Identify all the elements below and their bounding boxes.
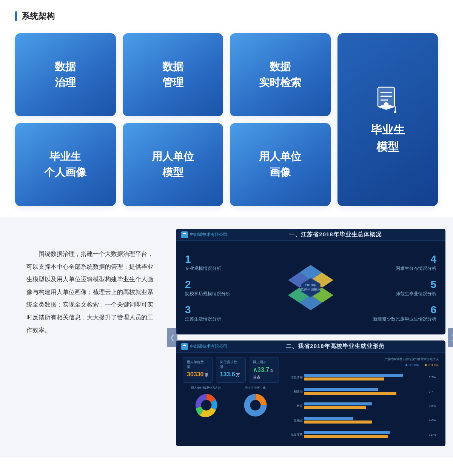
svg-point-12 <box>201 400 211 411</box>
label-6: 6 新疆籍少数民族毕业生情况分析 <box>356 304 436 322</box>
card-employer-model[interactable]: 用人单位 模型 <box>123 123 223 206</box>
stat-increase: 网上增加： ∧33.7百分点 <box>249 357 279 383</box>
chart1-hexagon: 2018年 总体生源概况 <box>268 257 353 318</box>
bar-row-4: 金融业 4.6% <box>282 417 439 424</box>
stat-employers: 用人单位数量： 30330家 <box>183 357 213 383</box>
card-label-data-search: 数据 实时检索 <box>259 59 301 91</box>
pie-employer: 用人单位情况分布占比 <box>183 386 230 442</box>
label-5: 5 师范生毕业情况分析 <box>356 279 436 297</box>
card-data-management[interactable]: 数据 管理 <box>123 33 223 116</box>
description-paragraph: 围绕数据治理，搭建一个大数据治理平台，可以支撑本中心全部系统数据的管理；提供毕业… <box>26 248 157 336</box>
screenshot-chart2: 中部疆技术有限公司 二、我省2018年高校毕业生就业形势 用人单位数量： 303… <box>176 340 445 446</box>
next-arrow[interactable]: ❯ <box>448 328 453 347</box>
bar-row-1: 信息传输 7.7% <box>282 374 439 380</box>
label-4: 4 困难生分布情况分析 <box>356 253 436 272</box>
chart2-right: 产业结构调整下的行业招聘需求变化情况 ■ 2018年 ■ 2017年 信息传输 <box>282 357 439 442</box>
card-employer-profile[interactable]: 用人单位 画像 <box>230 123 331 206</box>
card-data-search[interactable]: 数据 实时检索 <box>230 33 331 116</box>
bar-row-2: 制造业 2.7 <box>282 388 439 395</box>
svg-point-5 <box>384 102 388 105</box>
pie-graduate: 毕业生学历占比 <box>232 386 279 442</box>
title-bar-accent <box>15 11 17 21</box>
chart2-left: 用人单位数量： 30330家 岗位需求数量： 133.6万 网上增加： ∧33.… <box>183 357 279 442</box>
chart2-company: 中部疆技术有限公司 <box>190 344 227 349</box>
label-1: 1 专业规模情况分析 <box>185 253 265 272</box>
description-text-area: 围绕数据治理，搭建一个大数据治理平台，可以支撑本中心全部系统数据的管理；提供毕业… <box>0 217 172 458</box>
card-label-employer-profile: 用人单位 画像 <box>259 149 301 180</box>
card-label-graduate-profile: 毕业生 个人画像 <box>44 149 86 180</box>
prev-arrow[interactable]: ❮ <box>167 328 177 347</box>
screenshots-area: ❮ 中部疆技术有限公司 一、江苏省2018年毕业生总体概况 1 <box>172 217 453 458</box>
svg-text:2018年: 2018年 <box>305 283 316 287</box>
bar-row-3: 教育 3.6% <box>282 402 439 409</box>
section-title-text: 系统架构 <box>22 11 55 22</box>
svg-text:总体生源概况: 总体生源概况 <box>300 288 321 291</box>
svg-point-7 <box>394 111 396 113</box>
chart2-body: 用人单位数量： 30330家 岗位需求数量： 133.6万 网上增加： ∧33.… <box>176 353 445 446</box>
chart1-right-labels: 4 困难生分布情况分析 5 师范生毕业情况分析 6 新疆籍少数民族毕业生情况分析 <box>356 253 436 322</box>
label-2: 2 院校学历规模情况分析 <box>185 279 265 297</box>
screenshot-chart1: 中部疆技术有限公司 一、江苏省2018年毕业生总体概况 1 专业规模情况分析 2… <box>176 229 445 334</box>
label-3: 3 江苏生源情况分析 <box>185 304 265 322</box>
chart1-company: 中部疆技术有限公司 <box>190 232 227 237</box>
chart1-title: 一、江苏省2018年毕业生总体概况 <box>230 231 440 238</box>
chart2-logo: 中部疆技术有限公司 <box>181 343 227 350</box>
system-architecture-grid: 数据 治理 数据 管理 数据 实时检索 毕业生 模型 <box>0 29 453 217</box>
bar-row-5: 批发零售 21.48 <box>282 431 439 438</box>
pie-charts-row: 用人单位情况分布占比 <box>183 386 279 442</box>
logo-icon <box>181 231 188 238</box>
chart1-left-labels: 1 专业规模情况分析 2 院校学历规模情况分析 3 江苏生源情况分析 <box>185 253 265 322</box>
card-label-graduate-model: 毕业生 模型 <box>371 121 405 155</box>
bar-chart-title: 产业结构调整下的行业招聘需求变化情况 <box>282 357 439 361</box>
bar-rows: 信息传输 7.7% 制造业 <box>282 370 439 442</box>
card-graduate-profile[interactable]: 毕业生 个人画像 <box>15 123 116 206</box>
card-data-governance[interactable]: 数据 治理 <box>15 33 116 116</box>
chart2-header: 中部疆技术有限公司 二、我省2018年高校毕业生就业形势 <box>176 340 445 353</box>
card-label-data-management: 数据 管理 <box>162 59 183 91</box>
card-graduate-model[interactable]: 毕业生 模型 <box>337 33 438 206</box>
chart1-body: 1 专业规模情况分析 2 院校学历规模情况分析 3 江苏生源情况分析 <box>176 241 445 334</box>
chart1-header: 中部疆技术有限公司 一、江苏省2018年毕业生总体概况 <box>176 229 445 241</box>
section-title-container: 系统架构 <box>0 0 453 29</box>
chart1-logo: 中部疆技术有限公司 <box>181 231 227 238</box>
logo-icon-2 <box>181 343 188 350</box>
bottom-section: 围绕数据治理，搭建一个大数据治理平台，可以支撑本中心全部系统数据的管理；提供毕业… <box>0 217 453 458</box>
stat-demand: 岗位需求数量： 133.6万 <box>216 357 246 383</box>
bar-legend: ■ 2018年 ■ 2017年 <box>282 363 439 368</box>
card-label-data-governance: 数据 治理 <box>55 59 76 91</box>
card-label-employer-model: 用人单位 模型 <box>152 149 194 180</box>
stats-row: 用人单位数量： 30330家 岗位需求数量： 133.6万 网上增加： ∧33.… <box>183 357 279 383</box>
svg-point-14 <box>250 400 260 411</box>
chart2-title: 二、我省2018年高校毕业生就业形势 <box>230 343 440 350</box>
graduate-model-icon <box>373 84 403 114</box>
